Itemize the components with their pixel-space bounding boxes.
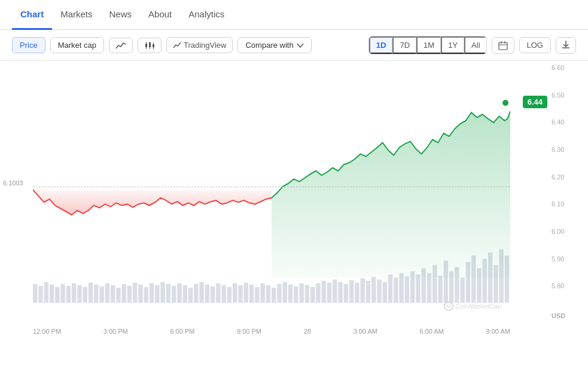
svg-rect-39 [183,285,187,303]
svg-rect-48 [233,283,237,303]
x-label-3: 9:00 PM [237,328,261,335]
tab-markets[interactable]: Markets [52,0,100,30]
svg-rect-54 [266,285,270,303]
svg-rect-17 [60,284,65,303]
period-1y[interactable]: 1Y [441,36,464,54]
svg-rect-64 [322,281,326,303]
svg-rect-59 [294,286,298,303]
x-label-4: 28 [304,328,311,335]
y-label-610: 6.10 [552,200,583,208]
svg-rect-27 [116,288,120,303]
y-label-640: 6.40 [552,118,583,126]
svg-rect-29 [127,286,132,303]
period-all[interactable]: All [464,36,486,54]
svg-rect-58 [288,285,293,303]
tab-about[interactable]: About [140,0,180,30]
toolbar: Price Market cap TradingView Compare wit… [0,30,588,61]
x-label-5: 3:00 AM [354,328,377,335]
y-label-590: 5.90 [552,255,583,263]
svg-rect-60 [299,283,303,303]
period-1m[interactable]: 1M [416,36,441,54]
svg-rect-69 [349,280,354,303]
svg-rect-68 [344,284,348,303]
svg-rect-33 [150,283,154,303]
top-nav: Chart Markets News About Analytics [0,0,588,30]
svg-marker-98 [33,190,272,215]
svg-rect-56 [277,284,281,303]
watermark-text: CoinMarketCap [456,303,501,310]
svg-rect-89 [460,277,464,303]
time-period-group: 1D 7D 1M 1Y All [368,36,487,54]
svg-rect-66 [333,279,337,303]
svg-rect-75 [383,282,387,303]
y-label-660: 6.60 [552,64,583,71]
period-7d[interactable]: 7D [392,36,416,54]
x-label-2: 6:00 PM [170,328,194,335]
svg-rect-18 [66,286,71,303]
svg-rect-50 [244,283,248,303]
svg-rect-14 [44,282,48,303]
x-label-0: 12:00 PM [33,328,61,335]
period-1d[interactable]: 1D [369,36,393,54]
svg-rect-49 [238,285,242,303]
current-price-badge: 6.44 [523,96,547,108]
svg-rect-73 [371,277,376,303]
svg-rect-63 [316,283,320,303]
svg-rect-16 [55,287,59,303]
svg-rect-79 [405,276,409,303]
svg-rect-72 [366,281,370,303]
svg-rect-31 [138,285,142,303]
download-button[interactable] [556,37,576,54]
svg-rect-30 [133,283,137,303]
svg-rect-12 [33,284,37,303]
current-price-dot [502,100,508,106]
market-cap-button[interactable]: Market cap [50,37,104,53]
svg-rect-22 [89,283,93,303]
svg-rect-44 [211,286,215,303]
candle-chart-icon-button[interactable] [138,38,162,53]
svg-rect-35 [160,282,164,303]
watermark-circle: M [444,301,453,311]
svg-rect-40 [188,288,193,303]
currency-label: USD [552,312,583,319]
reference-line [33,187,510,187]
x-label-6: 6:00 AM [420,328,444,335]
svg-rect-21 [83,287,87,303]
svg-rect-24 [99,286,103,303]
svg-rect-51 [249,285,254,303]
calendar-icon [498,41,508,50]
trading-view-label: TradingView [184,41,227,50]
y-label-580: 5.80 [552,282,583,289]
svg-rect-32 [144,287,148,303]
log-button[interactable]: LOG [519,37,551,53]
trading-view-button[interactable]: TradingView [166,37,233,53]
x-label-7: 9:00 AM [486,328,510,335]
svg-rect-20 [77,285,81,303]
chart-main[interactable]: 6.1003 [0,61,549,354]
line-chart-icon-button[interactable] [109,38,133,53]
svg-rect-47 [227,287,231,303]
chart-area: 6.1003 [0,61,588,354]
open-price-label: 6.1003 [3,179,23,187]
tab-chart[interactable]: Chart [12,0,52,30]
svg-rect-26 [111,285,115,303]
tab-news[interactable]: News [101,0,141,30]
svg-rect-67 [338,282,342,303]
svg-rect-45 [216,283,220,303]
svg-rect-53 [260,283,264,303]
calendar-button[interactable] [492,37,514,54]
svg-rect-52 [255,287,259,303]
candle-icon [144,41,155,50]
svg-rect-78 [399,273,403,303]
svg-rect-81 [416,274,420,303]
price-button[interactable]: Price [12,37,45,53]
y-axis-right: 6.60 6.50 6.40 6.30 6.20 6.10 6.00 5.90 … [549,61,588,354]
compare-with-button[interactable]: Compare with [237,37,311,53]
svg-rect-19 [72,283,76,303]
download-icon [561,39,571,49]
svg-rect-42 [199,282,203,303]
svg-rect-57 [283,282,287,303]
svg-rect-36 [166,284,170,303]
tab-analytics[interactable]: Analytics [180,0,233,30]
watermark: M CoinMarketCap [444,301,501,311]
